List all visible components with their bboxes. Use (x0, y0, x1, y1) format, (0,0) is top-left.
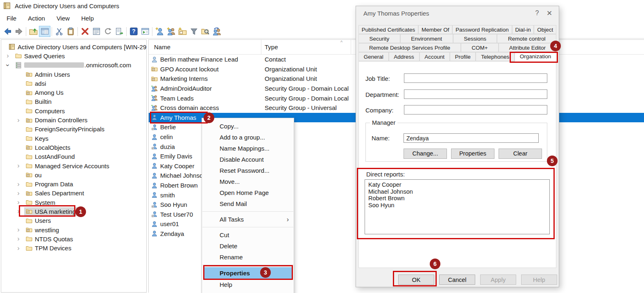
toolbar-button[interactable] (2, 26, 13, 37)
context-menu-item[interactable] (202, 265, 293, 265)
tree-expander-icon[interactable] (15, 199, 22, 206)
tree-expander-icon[interactable] (15, 245, 22, 252)
tree-item[interactable]: ForeignSecurityPrincipals (1, 125, 146, 134)
tree-item[interactable]: Admin Users (1, 70, 146, 79)
tree-expander-icon[interactable] (15, 117, 22, 124)
tab[interactable]: COM+ (461, 43, 498, 52)
tree-expander-icon[interactable] (15, 227, 22, 233)
job-title-field[interactable] (404, 73, 547, 83)
toolbar-button[interactable] (76, 27, 79, 37)
context-menu-item[interactable]: Delete (202, 240, 294, 252)
tab[interactable]: Profile (450, 52, 476, 61)
tree-item[interactable]: Active Directory Users and Computers [WI… (1, 42, 146, 51)
toolbar-button[interactable] (65, 26, 76, 37)
tree-expander-icon[interactable] (15, 190, 22, 197)
dialog-button[interactable]: Apply (480, 275, 516, 285)
column-header-name[interactable]: Name (149, 40, 261, 54)
toolbar-button[interactable] (125, 27, 128, 37)
tree-item[interactable]: Among Us (1, 88, 146, 97)
context-menu-item[interactable]: Copy... (202, 121, 294, 132)
tree-item[interactable]: TPM Devices (1, 244, 146, 253)
department-field[interactable] (404, 89, 547, 99)
tab[interactable]: Dial-in (512, 25, 534, 34)
dialog-button[interactable]: OK (398, 275, 434, 285)
toolbar-button[interactable] (128, 26, 139, 37)
toolbar-button[interactable] (200, 26, 211, 37)
dialog-button[interactable]: Cancel (439, 275, 475, 285)
context-menu-item[interactable] (202, 211, 293, 212)
context-menu-item[interactable] (202, 227, 293, 227)
toolbar-button[interactable] (177, 26, 188, 37)
menu-item[interactable]: Action (22, 12, 51, 25)
toolbar-button[interactable] (139, 26, 151, 37)
tree-item[interactable]: Keys (1, 134, 146, 143)
toolbar-button[interactable] (25, 27, 27, 37)
toolbar-button[interactable] (211, 26, 222, 37)
context-menu-item[interactable]: Send Mail (202, 198, 294, 209)
manager-name-field[interactable] (404, 133, 539, 143)
direct-reports-listbox[interactable]: Katy Cooper Michael Johnson Robert Brown… (365, 179, 550, 234)
direct-report-item[interactable]: Soo Hyun (368, 202, 546, 209)
context-menu-item[interactable]: Rename (202, 252, 294, 263)
toolbar-button[interactable] (50, 27, 53, 37)
tab[interactable]: Sessions (453, 34, 497, 43)
tab[interactable]: Environment (400, 34, 453, 43)
direct-report-item[interactable]: Michael Johnson (368, 188, 546, 195)
toolbar-button[interactable] (13, 26, 25, 37)
context-menu-item[interactable]: Disable Account (202, 154, 294, 165)
context-menu-item[interactable]: Help (202, 279, 294, 290)
toolbar-button[interactable] (154, 26, 165, 37)
tree-item[interactable]: USA marketing (1, 207, 146, 216)
tree-item[interactable]: Users (1, 216, 146, 225)
dialog-button[interactable]: Help (521, 275, 557, 285)
direct-report-item[interactable]: Katy Cooper (368, 181, 546, 188)
tree-item[interactable]: Saved Queries (1, 51, 146, 60)
tree-item[interactable]: LostAndFound (1, 152, 146, 161)
toolbar-button[interactable] (91, 26, 102, 37)
context-menu-item[interactable]: Cut (202, 229, 294, 240)
column-header-type[interactable]: Type (261, 40, 351, 54)
manager-action-button[interactable]: Change... (404, 149, 447, 159)
tree-expander-icon[interactable] (15, 236, 22, 242)
tree-item[interactable]: Computers (1, 106, 146, 115)
tree-expander-icon[interactable] (15, 163, 22, 169)
tab[interactable]: General (358, 52, 389, 61)
tree-expander-icon[interactable] (5, 53, 11, 59)
context-menu-item[interactable]: Open Home Page (202, 187, 294, 198)
tree-item[interactable]: .onmicrosoft.com (1, 61, 146, 70)
toolbar-button[interactable] (188, 26, 200, 37)
tab[interactable]: Password Replication (452, 25, 512, 34)
context-menu-item[interactable]: Name Mappings... (202, 143, 294, 154)
toolbar-button[interactable] (151, 27, 154, 37)
tab[interactable]: Remote control (497, 34, 556, 43)
tree-item[interactable]: ou (1, 170, 146, 179)
tab[interactable]: Member Of (418, 25, 452, 34)
tab[interactable]: Security (358, 34, 400, 43)
toolbar-button[interactable] (165, 26, 177, 37)
tab[interactable]: Organization (515, 51, 556, 62)
direct-report-item[interactable]: Robert Brown (368, 195, 546, 202)
close-icon[interactable]: ✕ (543, 9, 556, 18)
manager-action-button[interactable]: Properties (451, 149, 494, 159)
tree-item[interactable]: LocalObjects (1, 143, 146, 152)
toolbar-button[interactable] (27, 26, 39, 37)
menu-item[interactable]: View (51, 12, 75, 25)
tree-item[interactable]: System (1, 198, 146, 207)
tree-expander-icon[interactable] (15, 181, 22, 188)
tree-item[interactable]: NTDS Quotas (1, 234, 146, 243)
tree-item[interactable]: Sales Department (1, 189, 146, 198)
tab[interactable]: Telephones (476, 52, 515, 61)
toolbar-button[interactable] (102, 26, 113, 37)
tab[interactable]: Account (420, 52, 450, 61)
company-field[interactable] (404, 105, 547, 114)
tree-item[interactable]: Managed Service Accounts (1, 161, 146, 170)
tab[interactable]: Remote Desktop Services Profile (358, 43, 461, 52)
tab[interactable]: Address (389, 52, 420, 61)
toolbar-button[interactable] (39, 26, 50, 37)
tab[interactable]: Published Certificates (358, 25, 418, 34)
context-menu-item[interactable]: Add to a group... (202, 132, 294, 143)
toolbar-button[interactable] (79, 26, 91, 37)
manager-action-button[interactable]: Clear (499, 149, 542, 159)
tree-item[interactable]: adsi (1, 79, 146, 88)
tab[interactable]: Object (534, 25, 556, 34)
